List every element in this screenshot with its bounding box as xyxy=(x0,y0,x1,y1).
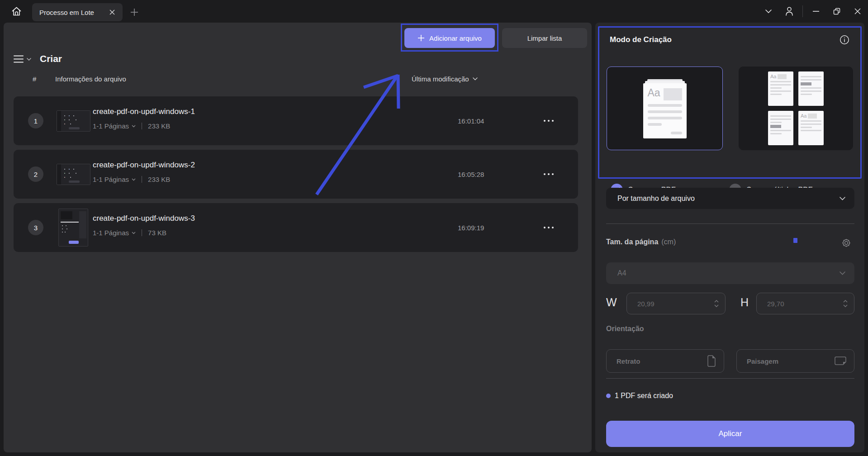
new-tab-button[interactable] xyxy=(128,6,140,18)
orientation-label: Orientação xyxy=(606,325,644,333)
app-window: Processo em Lote xyxy=(0,0,868,456)
table-row[interactable]: 3 create-pdf-on-updf-windows-3 1-1 Págin… xyxy=(14,203,578,252)
plus-icon xyxy=(130,8,138,16)
file-list-panel: Criar Adicionar arquivo Limpar lista # I… xyxy=(4,23,592,452)
width-stepper[interactable] xyxy=(714,300,719,307)
landscape-button[interactable]: Paisagem xyxy=(736,349,854,373)
last-modified-time: 16:01:04 xyxy=(458,117,484,125)
result-text: 1 PDF será criado xyxy=(615,392,673,400)
page-size-label: Tam. da página xyxy=(606,238,658,246)
chevron-down-icon xyxy=(840,197,845,200)
minimize-icon xyxy=(813,11,819,12)
divider xyxy=(606,223,854,224)
meta-divider xyxy=(142,176,142,183)
chevron-down-icon xyxy=(132,178,136,181)
chevron-down-icon xyxy=(840,271,845,275)
panel-title: Modo de Criação xyxy=(610,35,672,44)
add-file-button[interactable]: Adicionar arquivo xyxy=(404,28,495,48)
portrait-page-icon xyxy=(707,355,716,367)
close-icon xyxy=(854,8,861,14)
info-icon xyxy=(840,35,849,45)
user-icon xyxy=(784,6,795,17)
minimize-button[interactable] xyxy=(806,0,826,23)
sort-chevron-icon xyxy=(473,77,478,81)
page-size-select[interactable]: A4 xyxy=(606,262,854,284)
page-size-unit: (cm) xyxy=(661,238,676,246)
page-size-settings-button[interactable] xyxy=(840,237,853,249)
file-info: create-pdf-on-updf-windows-3 1-1 Páginas… xyxy=(93,214,195,237)
info-button[interactable] xyxy=(839,34,850,45)
add-file-label: Adicionar arquivo xyxy=(429,34,482,42)
gear-icon xyxy=(841,238,852,248)
row-more-menu-button[interactable] xyxy=(542,225,555,230)
result-summary: 1 PDF será criado xyxy=(606,392,673,400)
single-document-illustration: Aa xyxy=(643,83,687,138)
chevron-down-icon xyxy=(132,125,136,128)
row-index-badge: 2 xyxy=(28,166,43,182)
plus-icon xyxy=(417,34,425,42)
file-size: 233 KB xyxy=(148,176,170,183)
file-info: create-pdf-on-updf-windows-1 1-1 Páginas… xyxy=(93,107,195,130)
row-index-badge: 1 xyxy=(28,113,43,128)
restore-icon xyxy=(833,7,841,15)
row-index-badge: 3 xyxy=(28,220,43,235)
meta-divider xyxy=(142,123,142,129)
multiple-documents-illustration: Aa Aa xyxy=(768,71,824,145)
last-modified-time: 16:05:28 xyxy=(458,171,484,178)
home-icon xyxy=(10,5,23,17)
file-size: 233 KB xyxy=(148,122,170,130)
height-input[interactable]: 29,70 xyxy=(756,293,854,314)
bullet-dot-icon xyxy=(606,394,611,398)
divider xyxy=(606,378,854,379)
close-button[interactable] xyxy=(847,0,868,23)
page-range-dropdown[interactable]: 1-1 Páginas xyxy=(93,176,136,183)
table-row[interactable]: 1 create-pdf-on-updf-windows-1 1-1 Págin… xyxy=(14,96,578,145)
width-input[interactable]: 20,99 xyxy=(626,293,726,314)
file-thumbnail xyxy=(54,96,93,145)
file-name: create-pdf-on-updf-windows-2 xyxy=(93,161,195,170)
height-stepper[interactable] xyxy=(843,300,848,307)
chevron-down-icon xyxy=(765,10,772,13)
restore-button[interactable] xyxy=(826,0,847,23)
row-more-menu-button[interactable] xyxy=(542,118,555,124)
tab-title: Processo em Lote xyxy=(39,9,107,16)
column-last-modified[interactable]: Última modificação xyxy=(412,75,478,83)
portrait-button[interactable]: Retrato xyxy=(606,349,724,373)
titlebar-separator xyxy=(802,5,803,17)
column-index: # xyxy=(33,75,36,83)
file-info: create-pdf-on-updf-windows-2 1-1 Páginas… xyxy=(93,161,195,183)
file-name: create-pdf-on-updf-windows-3 xyxy=(93,214,195,223)
table-row[interactable]: 2 create-pdf-on-updf-windows-2 1-1 Págin… xyxy=(14,150,578,199)
mode-card-multiple-pdfs[interactable]: Aa Aa xyxy=(739,66,853,150)
page-title: Criar xyxy=(40,53,62,64)
home-button[interactable] xyxy=(9,4,24,19)
tab-processo-em-lote[interactable]: Processo em Lote xyxy=(32,3,123,21)
titlebar-controls xyxy=(758,0,868,23)
file-name: create-pdf-on-updf-windows-1 xyxy=(93,107,195,116)
landscape-page-icon xyxy=(834,356,847,366)
clear-list-label: Limpar lista xyxy=(527,34,562,42)
meta-divider xyxy=(142,229,142,236)
text-cursor-marker xyxy=(793,238,797,243)
mode-card-single-pdf[interactable]: Aa xyxy=(607,66,723,150)
row-more-menu-button[interactable] xyxy=(542,171,555,177)
page-range-dropdown[interactable]: 1-1 Páginas xyxy=(93,122,136,130)
combine-method-dropdown[interactable]: Por tamanho de arquivo xyxy=(606,188,854,209)
file-thumbnail xyxy=(54,203,93,252)
menu-button[interactable] xyxy=(14,55,31,63)
tab-close-icon[interactable] xyxy=(107,7,117,17)
user-account-button[interactable] xyxy=(779,0,800,23)
width-label: W xyxy=(606,296,617,309)
clear-list-button[interactable]: Limpar lista xyxy=(502,28,587,48)
file-thumbnail xyxy=(54,150,93,199)
hamburger-icon xyxy=(14,55,24,63)
account-dropdown-button[interactable] xyxy=(758,0,779,23)
height-label: H xyxy=(740,296,749,309)
chevron-down-icon xyxy=(132,232,136,234)
last-modified-time: 16:09:19 xyxy=(458,224,484,232)
column-file-info: Informações do arquivo xyxy=(55,75,126,83)
titlebar: Processo em Lote xyxy=(0,0,868,23)
creation-mode-panel: Modo de Criação Aa xyxy=(595,23,864,452)
page-range-dropdown[interactable]: 1-1 Páginas xyxy=(93,229,136,237)
apply-button[interactable]: Aplicar xyxy=(606,421,854,447)
